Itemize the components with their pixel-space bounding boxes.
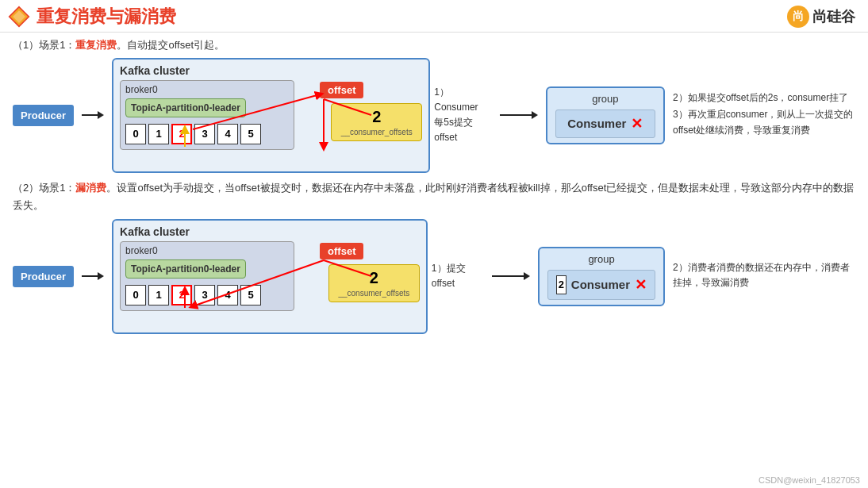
consumer-row-1: Consumer ✕ — [555, 110, 655, 138]
annotation-1-line1: 2）如果提交offset后的2s，consumer挂了 — [673, 90, 855, 106]
scenario2-diagram: Producer Kafka cluster broker0 TopicA-pa… — [13, 219, 855, 334]
group-box-1: group Consumer ✕ — [546, 86, 665, 144]
partition-5: 5 — [240, 124, 261, 144]
consumer-label-2: Consumer — [571, 278, 630, 291]
offset-storage-1: 2 __consumer_offsets — [331, 103, 422, 141]
topic-title-2: TopicA-partition0-leader — [131, 263, 240, 275]
scenario1-label: （1）场景1：重复消费。自动提交offset引起。 — [13, 37, 855, 53]
logo-text: 尚硅谷 — [812, 7, 855, 26]
offset-storage-2: 2 __consumer_offsets — [328, 264, 420, 302]
consumer-label-1: Consumer — [567, 117, 626, 130]
partitions-1: 0 1 2 3 4 5 — [125, 124, 289, 144]
partition-1: 1 — [148, 124, 169, 144]
partition-3: 3 — [194, 124, 215, 144]
p2-1: 1 — [148, 285, 169, 305]
p2-3: 3 — [194, 285, 215, 305]
partition-4: 4 — [217, 124, 238, 144]
kafka-cluster-2: Kafka cluster broker0 TopicA-partition0-… — [112, 219, 428, 334]
arrow-cluster-group-2 — [492, 272, 530, 280]
broker-box-1: broker0 TopicA-partition0-leader 0 1 2 3… — [120, 80, 294, 150]
annotation-box-1: 2）如果提交offset后的2s，consumer挂了 3）再次重启consum… — [673, 90, 855, 140]
logo: 尚 尚硅谷 — [787, 6, 855, 28]
annotation-box-2: 2）消费者消费的数据还在内存中，消费者挂掉，导致漏消费 — [673, 260, 855, 292]
scenario1-diagram: Producer Kafka cluster broker0 TopicA-pa… — [13, 58, 855, 173]
logo-icon: 尚 — [787, 6, 809, 28]
page-title: 重复消费与漏消费 — [36, 5, 176, 29]
offset-badge-2: offset — [320, 243, 363, 259]
annotation-1-line2: 3）再次重启consumer，则从上一次提交的offset处继续消费，导致重复消… — [673, 107, 855, 137]
offset-store-label-1: __consumer_offsets — [338, 128, 415, 136]
p2-4: 4 — [217, 285, 238, 305]
broker-box-2: broker0 TopicA-partition0-leader 0 1 2 3… — [120, 241, 294, 311]
topic-title-1: TopicA-partition0-leader — [131, 102, 240, 113]
x-icon-1: ✕ — [631, 115, 643, 133]
scenario2-desc: （2）场景1：漏消费。设置offset为手动提交，当offset被提交时，数据还… — [13, 179, 855, 214]
kafka-cluster-title-2: Kafka cluster — [120, 225, 420, 238]
offset-number-1: 2 — [338, 108, 415, 126]
group-label-2: group — [547, 253, 655, 265]
header: 重复消费与漏消费 尚 尚硅谷 — [0, 0, 868, 33]
arrow-cluster-group-1 — [500, 111, 538, 119]
partition-2: 2 — [171, 124, 192, 144]
arrow-producer-2 — [82, 272, 104, 280]
offset-store-label-2: __consumer_offsets — [336, 289, 413, 298]
consumer-badge-1: 1）Consumer 每5s提交offset — [434, 85, 491, 146]
broker-title-1: broker0 — [125, 84, 289, 95]
topic-box-2: TopicA-partition0-leader — [125, 259, 246, 279]
diamond-icon — [8, 6, 30, 28]
consumer-num-2: 2 — [556, 275, 567, 294]
p2-5: 5 — [240, 285, 261, 305]
kafka-cluster-title-1: Kafka cluster — [120, 64, 422, 77]
annotation-2-line1: 2）消费者消费的数据还在内存中，消费者挂掉，导致漏消费 — [673, 260, 855, 290]
topic-box-1: TopicA-partition0-leader — [125, 98, 246, 117]
p2-0: 0 — [125, 285, 146, 305]
main-content: （1）场景1：重复消费。自动提交offset引起。 Producer Kafka… — [0, 33, 868, 345]
header-left: 重复消费与漏消费 — [8, 5, 176, 29]
p2-2: 2 — [171, 285, 192, 305]
offset-number-2: 2 — [336, 269, 413, 287]
producer-box-2: Producer — [13, 266, 74, 287]
consumer-row-2: 2 Consumer ✕ — [547, 270, 655, 300]
x-icon-2: ✕ — [635, 276, 647, 294]
page: 重复消费与漏消费 尚 尚硅谷 （1）场景1：重复消费。自动提交offset引起。… — [0, 0, 868, 488]
offset-badge-1: offset — [320, 82, 363, 98]
broker-title-2: broker0 — [125, 245, 289, 256]
partitions-2: 0 1 2 3 4 5 — [125, 285, 289, 305]
group-box-2: group 2 Consumer ✕ — [538, 247, 665, 306]
partition-0: 0 — [125, 124, 146, 144]
producer-box-1: Producer — [13, 105, 74, 126]
arrow-producer-1 — [82, 111, 104, 119]
group-label-1: group — [555, 93, 655, 105]
footer-note: CSDN@weixin_41827053 — [759, 475, 860, 485]
consumer-badge-2: 1）提交offset — [432, 261, 484, 291]
kafka-cluster-1: Kafka cluster broker0 TopicA-partition0-… — [112, 58, 430, 173]
